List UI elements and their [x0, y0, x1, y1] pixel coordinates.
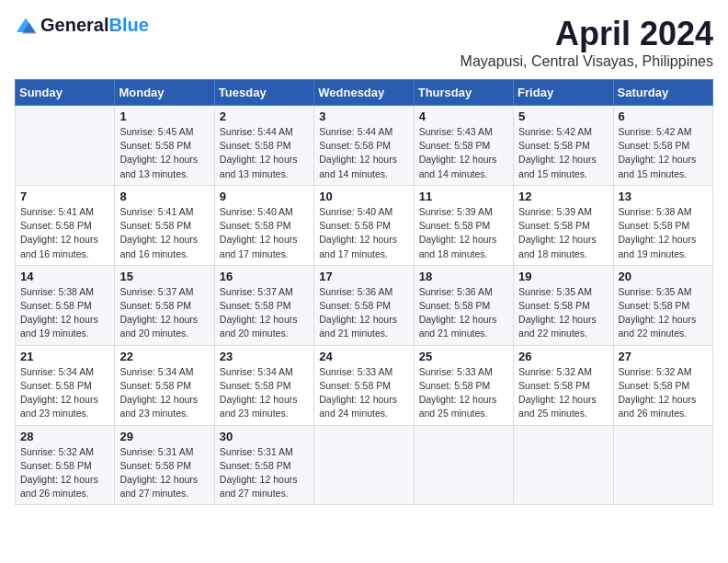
day-number: 21	[20, 350, 109, 363]
day-number: 29	[119, 430, 209, 443]
calendar-cell: 27Sunrise: 5:32 AMSunset: 5:58 PMDayligh…	[613, 345, 712, 425]
calendar-cell	[613, 425, 712, 505]
day-number: 24	[319, 350, 408, 363]
header-cell-monday: Monday	[115, 80, 214, 106]
week-row-4: 21Sunrise: 5:34 AMSunset: 5:58 PMDayligh…	[16, 345, 713, 425]
calendar-header: SundayMondayTuesdayWednesdayThursdayFrid…	[16, 80, 713, 106]
calendar-cell: 13Sunrise: 5:38 AMSunset: 5:58 PMDayligh…	[613, 185, 712, 265]
calendar-cell	[16, 106, 115, 186]
header-row: SundayMondayTuesdayWednesdayThursdayFrid…	[16, 80, 713, 106]
calendar-cell: 5Sunrise: 5:42 AMSunset: 5:58 PMDaylight…	[514, 106, 613, 186]
day-number: 2	[220, 109, 309, 123]
day-number: 8	[119, 190, 209, 203]
day-info: Sunrise: 5:34 AMSunset: 5:58 PMDaylight:…	[119, 365, 209, 421]
day-number: 25	[419, 350, 508, 363]
day-number: 14	[20, 270, 109, 283]
calendar-cell: 24Sunrise: 5:33 AMSunset: 5:58 PMDayligh…	[314, 345, 414, 425]
calendar-cell: 9Sunrise: 5:40 AMSunset: 5:58 PMDaylight…	[214, 185, 313, 265]
day-number: 19	[518, 270, 608, 283]
calendar-cell: 26Sunrise: 5:32 AMSunset: 5:58 PMDayligh…	[514, 345, 613, 425]
day-info: Sunrise: 5:34 AMSunset: 5:58 PMDaylight:…	[20, 365, 109, 421]
calendar-cell: 21Sunrise: 5:34 AMSunset: 5:58 PMDayligh…	[16, 345, 115, 425]
day-number: 11	[419, 190, 508, 203]
day-info: Sunrise: 5:33 AMSunset: 5:58 PMDaylight:…	[419, 365, 508, 421]
calendar-cell: 12Sunrise: 5:39 AMSunset: 5:58 PMDayligh…	[514, 185, 613, 265]
calendar-cell: 15Sunrise: 5:37 AMSunset: 5:58 PMDayligh…	[115, 265, 214, 345]
calendar-cell: 11Sunrise: 5:39 AMSunset: 5:58 PMDayligh…	[414, 185, 513, 265]
day-info: Sunrise: 5:45 AMSunset: 5:58 PMDaylight:…	[119, 125, 209, 181]
calendar-cell: 4Sunrise: 5:43 AMSunset: 5:58 PMDaylight…	[414, 106, 513, 186]
week-row-5: 28Sunrise: 5:32 AMSunset: 5:58 PMDayligh…	[16, 425, 713, 505]
header-cell-friday: Friday	[514, 80, 613, 106]
day-number: 9	[220, 190, 309, 203]
header-cell-wednesday: Wednesday	[314, 80, 414, 106]
header-cell-saturday: Saturday	[613, 80, 712, 106]
day-info: Sunrise: 5:34 AMSunset: 5:58 PMDaylight:…	[220, 365, 309, 421]
day-number: 22	[119, 350, 209, 363]
day-info: Sunrise: 5:44 AMSunset: 5:58 PMDaylight:…	[220, 125, 309, 181]
day-number: 10	[319, 190, 408, 203]
day-number: 5	[518, 109, 608, 123]
calendar-cell: 23Sunrise: 5:34 AMSunset: 5:58 PMDayligh…	[214, 345, 313, 425]
day-number: 12	[518, 190, 608, 203]
month-year: April 2024	[461, 15, 713, 53]
day-number: 7	[20, 190, 109, 203]
calendar-cell: 30Sunrise: 5:31 AMSunset: 5:58 PMDayligh…	[214, 425, 313, 505]
day-info: Sunrise: 5:31 AMSunset: 5:58 PMDaylight:…	[119, 445, 209, 501]
week-row-2: 7Sunrise: 5:41 AMSunset: 5:58 PMDaylight…	[16, 185, 713, 265]
calendar-cell: 17Sunrise: 5:36 AMSunset: 5:58 PMDayligh…	[314, 265, 414, 345]
day-info: Sunrise: 5:31 AMSunset: 5:58 PMDaylight:…	[220, 445, 309, 501]
day-number: 4	[419, 109, 508, 123]
day-info: Sunrise: 5:37 AMSunset: 5:58 PMDaylight:…	[119, 285, 209, 341]
day-number: 23	[220, 350, 309, 363]
day-info: Sunrise: 5:40 AMSunset: 5:58 PMDaylight:…	[319, 205, 408, 261]
calendar-body: 1Sunrise: 5:45 AMSunset: 5:58 PMDaylight…	[16, 106, 713, 505]
day-info: Sunrise: 5:37 AMSunset: 5:58 PMDaylight:…	[220, 285, 309, 341]
calendar-cell: 6Sunrise: 5:42 AMSunset: 5:58 PMDaylight…	[613, 106, 712, 186]
location: Mayapusi, Central Visayas, Philippines	[461, 53, 713, 70]
day-number: 13	[619, 190, 708, 203]
day-number: 6	[619, 109, 708, 123]
calendar-cell: 28Sunrise: 5:32 AMSunset: 5:58 PMDayligh…	[16, 425, 115, 505]
calendar-table: SundayMondayTuesdayWednesdayThursdayFrid…	[15, 79, 713, 505]
calendar-cell: 3Sunrise: 5:44 AMSunset: 5:58 PMDaylight…	[314, 106, 414, 186]
calendar-cell: 10Sunrise: 5:40 AMSunset: 5:58 PMDayligh…	[314, 185, 414, 265]
day-number: 27	[619, 350, 708, 363]
calendar-cell	[314, 425, 414, 505]
day-info: Sunrise: 5:39 AMSunset: 5:58 PMDaylight:…	[419, 205, 508, 261]
calendar-cell: 7Sunrise: 5:41 AMSunset: 5:58 PMDaylight…	[16, 185, 115, 265]
calendar-cell	[414, 425, 513, 505]
calendar-cell: 19Sunrise: 5:35 AMSunset: 5:58 PMDayligh…	[514, 265, 613, 345]
day-info: Sunrise: 5:32 AMSunset: 5:58 PMDaylight:…	[619, 365, 708, 421]
calendar-cell: 2Sunrise: 5:44 AMSunset: 5:58 PMDaylight…	[214, 106, 313, 186]
day-number: 26	[518, 350, 608, 363]
day-info: Sunrise: 5:32 AMSunset: 5:58 PMDaylight:…	[20, 445, 109, 501]
logo-general: General	[40, 15, 108, 35]
day-number: 3	[319, 109, 408, 123]
day-number: 16	[220, 270, 309, 283]
day-info: Sunrise: 5:36 AMSunset: 5:58 PMDaylight:…	[419, 285, 508, 341]
header-cell-tuesday: Tuesday	[214, 80, 313, 106]
calendar-cell: 1Sunrise: 5:45 AMSunset: 5:58 PMDaylight…	[115, 106, 214, 186]
day-number: 30	[220, 430, 309, 443]
day-info: Sunrise: 5:43 AMSunset: 5:58 PMDaylight:…	[419, 125, 508, 181]
day-info: Sunrise: 5:42 AMSunset: 5:58 PMDaylight:…	[518, 125, 608, 181]
day-info: Sunrise: 5:35 AMSunset: 5:58 PMDaylight:…	[619, 285, 708, 341]
title-block: April 2024 Mayapusi, Central Visayas, Ph…	[461, 15, 713, 70]
day-info: Sunrise: 5:33 AMSunset: 5:58 PMDaylight:…	[319, 365, 408, 421]
day-info: Sunrise: 5:38 AMSunset: 5:58 PMDaylight:…	[20, 285, 109, 341]
calendar-cell: 20Sunrise: 5:35 AMSunset: 5:58 PMDayligh…	[613, 265, 712, 345]
day-info: Sunrise: 5:41 AMSunset: 5:58 PMDaylight:…	[20, 205, 109, 261]
day-info: Sunrise: 5:38 AMSunset: 5:58 PMDaylight:…	[619, 205, 708, 261]
day-number: 17	[319, 270, 408, 283]
day-info: Sunrise: 5:42 AMSunset: 5:58 PMDaylight:…	[619, 125, 708, 181]
day-info: Sunrise: 5:41 AMSunset: 5:58 PMDaylight:…	[119, 205, 209, 261]
logo: GeneralBlue	[15, 15, 149, 36]
calendar-cell: 16Sunrise: 5:37 AMSunset: 5:58 PMDayligh…	[214, 265, 313, 345]
page-header: GeneralBlue April 2024 Mayapusi, Central…	[15, 15, 713, 70]
day-number: 15	[119, 270, 209, 283]
week-row-3: 14Sunrise: 5:38 AMSunset: 5:58 PMDayligh…	[16, 265, 713, 345]
day-info: Sunrise: 5:36 AMSunset: 5:58 PMDaylight:…	[319, 285, 408, 341]
calendar-cell: 14Sunrise: 5:38 AMSunset: 5:58 PMDayligh…	[16, 265, 115, 345]
logo-icon	[15, 17, 37, 35]
